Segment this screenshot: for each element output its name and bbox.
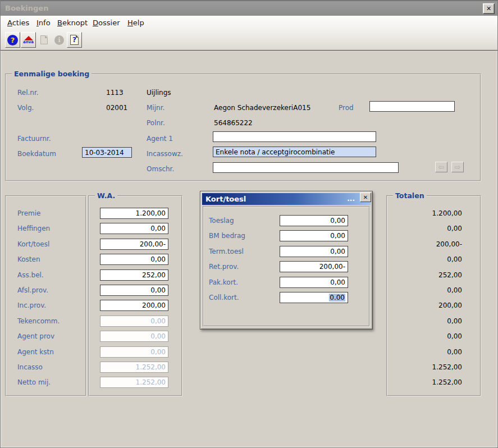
row-label-agent-prov: Agent prov xyxy=(17,331,60,342)
volg-label: Volg. xyxy=(17,103,34,112)
totals-column: 1.200,00 0,00 200,00- 0,00 252,00 0,00 2… xyxy=(394,208,462,388)
amount-labels-column: Premie Heffingen Kort/toesl Kosten Ass.b… xyxy=(17,208,60,388)
total-incasso: 1.252,00 xyxy=(394,362,462,373)
wa-inc-prov-input[interactable]: 200,00 xyxy=(100,300,168,311)
wa-afsl-prov-input[interactable]: 0,00 xyxy=(100,285,168,296)
dialog-coll-kort-input[interactable]: 0.00 xyxy=(280,292,348,303)
dialog-bm-bedrag-input[interactable]: 0,00 xyxy=(280,230,348,241)
total-tekencomm: 0,00 xyxy=(394,316,462,327)
polnr-value: 564865222 xyxy=(214,118,253,127)
menu-acties[interactable]: Acties xyxy=(7,19,29,27)
dialog-pak-kort-input[interactable]: 0,00 xyxy=(280,277,348,288)
agent1-input[interactable] xyxy=(213,131,376,142)
mijnr-value: Aegon SchadeverzekeriA015 xyxy=(214,103,310,112)
incassowz-label: Incassowz. xyxy=(147,149,183,158)
total-premie: 1.200,00 xyxy=(394,208,462,219)
dialog-toeslag-input[interactable]: 0,00 xyxy=(280,215,348,226)
total-inc-prov: 200,00 xyxy=(394,300,462,311)
incassowz-input[interactable]: Enkele nota / acceptgirocombinatie xyxy=(213,147,376,157)
wa-incasso-input: 1.252,00 xyxy=(100,362,168,373)
menu-dossier[interactable]: Dossier xyxy=(93,19,120,27)
dialog-close-button[interactable]: ✕ xyxy=(360,193,371,202)
prod-input[interactable] xyxy=(369,101,455,112)
anva-logo-text: anva xyxy=(23,40,34,44)
dialog-labels-column: Toeslag BM bedrag Term.toesl Ret.prov. P… xyxy=(209,215,245,303)
help-button[interactable]: ? xyxy=(5,32,20,48)
new-document-button-disabled xyxy=(36,32,52,48)
dialog-label-term-toesl: Term.toesl xyxy=(209,246,245,257)
anva-home-button[interactable]: anva xyxy=(21,32,36,48)
omschr-input[interactable] xyxy=(213,162,399,173)
total-agent-kstn: 0,00 xyxy=(394,346,462,358)
eenmalige-boeking-title: Eenmalige boeking xyxy=(12,70,92,78)
wa-agent-kstn-input: 0,00 xyxy=(100,346,168,358)
info-button-disabled: i xyxy=(52,32,67,48)
boekdatum-label: Boekdatum xyxy=(17,149,56,158)
totalen-group: Totalen 1.200,00 0,00 200,00- 0,00 252,0… xyxy=(386,195,481,396)
total-kosten: 0,00 xyxy=(394,254,462,265)
close-icon: ✕ xyxy=(486,5,491,12)
info-icon: i xyxy=(54,35,64,45)
wa-netto-mij-input: 1.252,00 xyxy=(100,377,168,388)
dialog-fields-column: 0,00 0,00 0,00 200,00- 0,00 0.00 xyxy=(280,215,348,303)
prod-label: Prod xyxy=(339,103,354,112)
total-afsl-prov: 0,00 xyxy=(394,285,462,296)
relation-name: Uijlings xyxy=(147,88,171,97)
omschr-label: Omschr. xyxy=(147,164,174,173)
wa-heffingen-input[interactable]: 0,00 xyxy=(100,223,168,234)
wa-ass-bel-input[interactable]: 252,00 xyxy=(100,269,168,281)
dialog-label-coll-kort: Coll.kort. xyxy=(209,292,245,303)
menu-bar: Acties Info Beknopt Dossier Help xyxy=(1,16,497,30)
nav-previous-button[interactable]: ⇦ xyxy=(435,162,447,172)
row-label-kosten: Kosten xyxy=(17,254,60,265)
row-label-heffingen: Heffingen xyxy=(17,223,60,234)
row-label-kort-toesl: Kort/toesl xyxy=(17,239,60,250)
totalen-group-title: Totalen xyxy=(393,191,427,200)
dialog-close-icon: ✕ xyxy=(363,194,368,200)
volg-value: 02001 xyxy=(106,103,127,112)
relnr-value: 1113 xyxy=(106,88,124,97)
wa-group-title: W.A. xyxy=(95,191,117,200)
agent1-label: Agent 1 xyxy=(147,134,173,143)
arrow-left-icon: ⇦ xyxy=(438,163,445,171)
wa-group: W.A. 1.200,00 0,00 200,00- 0,00 252,00 0… xyxy=(88,195,182,396)
row-label-premie: Premie xyxy=(17,208,60,219)
row-label-agent-kstn: Agent kstn xyxy=(17,346,60,358)
context-help-icon: ? xyxy=(70,35,79,45)
wa-premie-input[interactable]: 1.200,00 xyxy=(100,208,168,219)
menu-beknopt[interactable]: Beknopt xyxy=(57,19,88,27)
nav-next-button[interactable]: ⇨ xyxy=(451,162,464,172)
context-help-button[interactable]: ? xyxy=(67,32,82,48)
window-close-button[interactable]: ✕ xyxy=(483,3,495,14)
mijnr-label: Mijnr. xyxy=(147,103,165,112)
dialog-label-ret-prov: Ret.prov. xyxy=(209,261,245,272)
selected-text: 0.00 xyxy=(329,294,345,301)
total-kort-toesl: 200,00- xyxy=(394,239,462,250)
row-label-incasso: Incasso xyxy=(17,362,60,373)
top-strip: Acties Info Beknopt Dossier Help ? anva … xyxy=(1,16,497,51)
row-label-afsl-prov: Afsl.prov. xyxy=(17,285,60,296)
factuurnr-label: Factuurnr. xyxy=(17,134,51,143)
dialog-label-toeslag: Toeslag xyxy=(209,215,245,226)
row-label-ass-bel: Ass.bel. xyxy=(17,269,60,281)
menu-help[interactable]: Help xyxy=(127,19,144,27)
dialog-label-pak-kort: Pak.kort. xyxy=(209,277,245,288)
toolbar: ? anva i ? xyxy=(1,30,497,51)
arrow-right-icon: ⇨ xyxy=(455,163,461,171)
dialog-ret-prov-input[interactable]: 200,00- xyxy=(280,261,348,272)
title-bar[interactable]: Boekingen ✕ xyxy=(1,1,497,16)
total-netto-mij: 1.252,00 xyxy=(394,377,462,388)
menu-info[interactable]: Info xyxy=(36,19,51,27)
dialog-label-bm-bedrag: BM bedrag xyxy=(209,230,245,241)
dialog-title-dots: ... xyxy=(347,195,355,203)
dialog-title-bar[interactable]: Kort/toesl ... xyxy=(202,193,371,205)
wa-kosten-input[interactable]: 0,00 xyxy=(100,254,168,265)
boekdatum-input[interactable]: 10-03-2014 xyxy=(82,147,132,158)
total-heffingen: 0,00 xyxy=(394,223,462,234)
row-label-inc-prov: Inc.prov. xyxy=(17,300,60,311)
window-title: Boekingen xyxy=(5,4,48,12)
wa-fields-column: 1.200,00 0,00 200,00- 0,00 252,00 0,00 2… xyxy=(100,208,168,388)
wa-kort-toesl-input[interactable]: 200,00- xyxy=(100,239,168,250)
eenmalige-boeking-group: Eenmalige boeking Rel.nr. 1113 Uijlings … xyxy=(5,74,481,181)
dialog-term-toesl-input[interactable]: 0,00 xyxy=(280,246,348,257)
